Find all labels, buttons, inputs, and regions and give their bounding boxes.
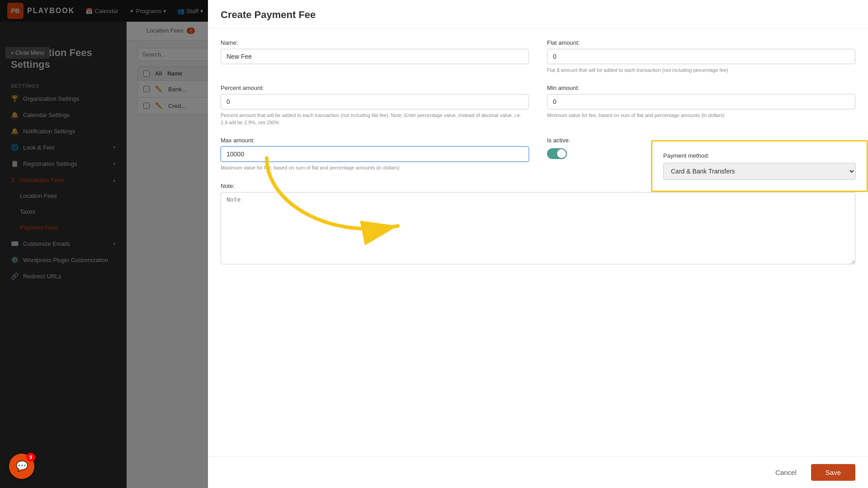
payment-method-label: Payment method: — [663, 152, 856, 159]
is-active-toggle[interactable] — [547, 148, 567, 159]
flat-amount-label: Flat amount: — [547, 39, 855, 46]
max-amount-field-group: Max amount: Maximum value for fee, based… — [221, 137, 529, 171]
toggle-knob — [557, 149, 566, 158]
modal-body: Name: Flat amount: Flat $ amount that wi… — [208, 28, 868, 456]
modal-header: Create Payment Fee — [208, 0, 868, 28]
flat-amount-field-group: Flat amount: Flat $ amount that will be … — [547, 39, 855, 74]
name-label: Name: — [221, 39, 529, 46]
min-amount-label: Min amount: — [547, 84, 855, 91]
chat-widget[interactable]: 💬 9 — [9, 454, 34, 479]
save-button[interactable]: Save — [811, 464, 855, 481]
max-amount-hint: Maximum value for fee, based on sum of f… — [221, 164, 529, 171]
percent-amount-label: Percent amount: — [221, 84, 529, 91]
payment-method-select[interactable]: Card & Bank Transfers Card Only Bank Tra… — [663, 163, 856, 180]
modal-title: Create Payment Fee — [221, 9, 855, 21]
chat-badge: 9 — [26, 453, 35, 462]
name-field-group: Name: — [221, 39, 529, 74]
note-textarea[interactable] — [221, 192, 855, 264]
percent-amount-hint: Percent amount that will be added to eac… — [221, 112, 529, 126]
payment-method-section: Payment method: Card & Bank Transfers Ca… — [651, 140, 868, 192]
flat-amount-input[interactable] — [547, 49, 855, 64]
percent-amount-field-group: Percent amount: Percent amount that will… — [221, 84, 529, 126]
cancel-button[interactable]: Cancel — [766, 464, 806, 481]
min-amount-input[interactable] — [547, 94, 855, 109]
min-amount-hint: Minimum value for fee, based on sum of f… — [547, 112, 855, 119]
create-payment-fee-modal: Create Payment Fee Name: Flat amount: Fl… — [208, 0, 868, 488]
percent-amount-input[interactable] — [221, 94, 529, 109]
max-amount-label: Max amount: — [221, 137, 529, 144]
min-amount-field-group: Min amount: Minimum value for fee, based… — [547, 84, 855, 126]
modal-footer: Cancel Save — [208, 456, 868, 488]
note-field-group: Note: — [221, 183, 855, 264]
name-input[interactable] — [221, 49, 529, 64]
max-amount-input[interactable] — [221, 146, 529, 162]
flat-amount-hint: Flat $ amount that will be added to each… — [547, 67, 855, 74]
